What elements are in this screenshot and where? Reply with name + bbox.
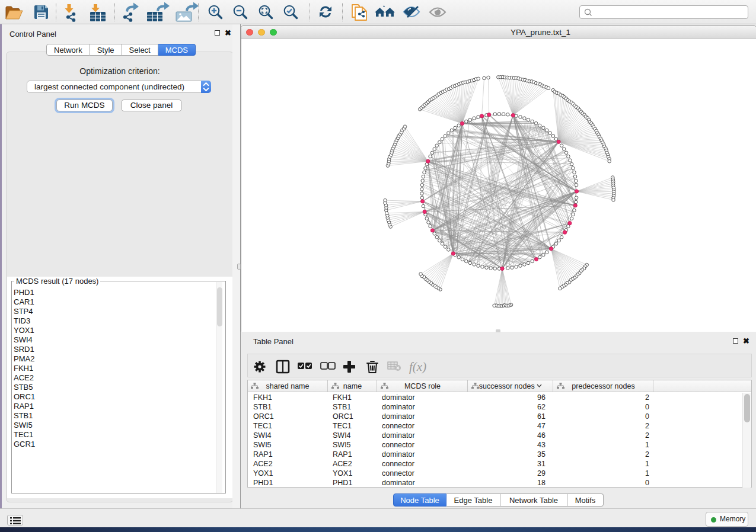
svg-text:f(x): f(x)	[409, 360, 426, 374]
